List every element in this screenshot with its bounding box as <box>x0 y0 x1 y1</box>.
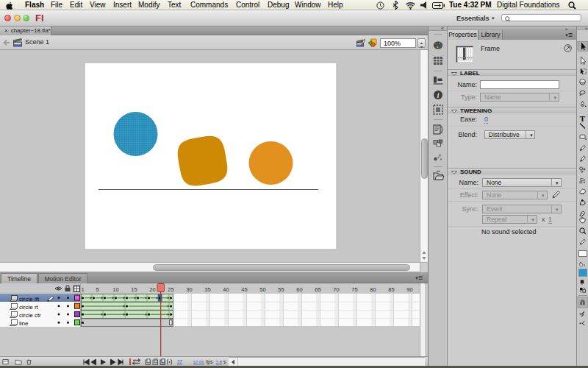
svg-text:75: 75 <box>351 286 357 293</box>
svg-text:40: 40 <box>223 286 229 293</box>
svg-text:10: 10 <box>112 286 118 293</box>
svg-text:i: i <box>437 92 440 99</box>
svg-text:20: 20 <box>149 286 155 293</box>
svg-text:T: T <box>580 114 586 123</box>
svg-text:1: 1 <box>81 286 84 293</box>
svg-text:65: 65 <box>315 286 320 293</box>
svg-text:5: 5 <box>96 286 98 293</box>
svg-text:55: 55 <box>278 286 284 293</box>
svg-text:50: 50 <box>259 286 265 293</box>
svg-text:15: 15 <box>131 286 137 293</box>
svg-text:90: 90 <box>406 286 412 293</box>
svg-text:70: 70 <box>333 286 339 293</box>
svg-text:35: 35 <box>204 286 210 293</box>
svg-text:80: 80 <box>370 286 376 293</box>
svg-text:25: 25 <box>168 286 173 293</box>
svg-text:60: 60 <box>296 286 302 293</box>
svg-text:30: 30 <box>186 286 192 293</box>
svg-text:45: 45 <box>241 286 247 293</box>
svg-text:85: 85 <box>388 286 394 293</box>
